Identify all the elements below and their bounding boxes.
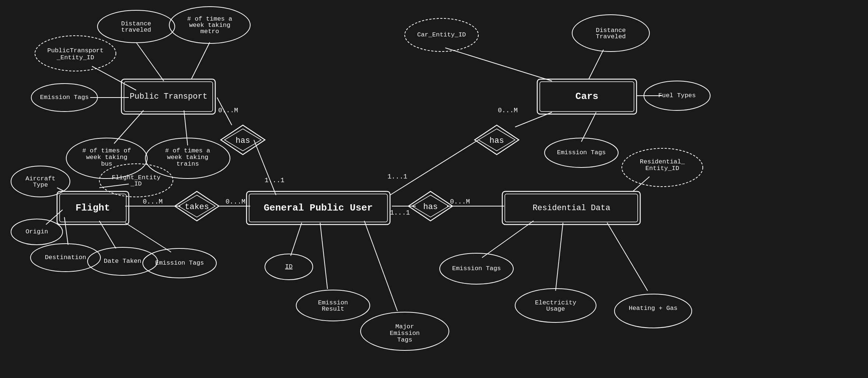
svg-line-13 (390, 140, 478, 195)
svg-line-29 (556, 223, 563, 291)
svg-line-2 (92, 66, 136, 90)
attr-pt-trains-label1: # of times a (165, 147, 210, 154)
attr-res-entity-id-label2: Entity_ID (645, 165, 679, 172)
attr-res-emission-tags-label: Emission Tags (452, 265, 501, 272)
svg-line-11 (581, 112, 596, 142)
attr-gpu-emission-result-label2: Result (322, 305, 344, 312)
attr-car-emission-tags-label: Emission Tags (557, 149, 606, 156)
attr-pt-emission-tags-label: Emission Tags (40, 94, 89, 101)
attr-gpu-major-label2: Emission (390, 330, 420, 337)
attr-flight-emission-tags-label: Emission Tags (155, 259, 204, 266)
svg-line-30 (607, 223, 648, 291)
attr-car-fuel-types-label: Fuel Types (658, 92, 696, 99)
svg-line-7 (254, 140, 276, 195)
entity-residential-data-label: Residential Data (532, 204, 610, 213)
entity-cars-label: Cars (575, 91, 598, 102)
attr-gpu-major-label3: Tags (397, 336, 412, 343)
card-flight-takes-0m: 0...M (143, 198, 163, 205)
attr-pt-bus-label2: week taking (86, 154, 127, 161)
attr-car-distance-label2: Traveled (596, 33, 626, 40)
attr-flight-aircraft-label2: Type (33, 181, 48, 188)
attr-gpu-major-label1: Major (395, 323, 414, 330)
svg-line-0 (136, 42, 164, 81)
card-gpu-res-11: 1...1 (390, 209, 410, 216)
attr-pt-entity-id-label: PublicTransport (47, 47, 103, 54)
attr-pt-entity-id-label2: _Entity_ID (56, 54, 94, 61)
attr-pt-trains-label3: trains (176, 160, 199, 167)
svg-line-8 (445, 48, 552, 81)
attr-flight-entity-id-label2: _ID (130, 180, 142, 187)
relation-takes-label: takes (185, 202, 209, 212)
entity-general-public-user-label: General Public User (264, 202, 373, 213)
relation-has-cars-label: has (489, 136, 504, 145)
svg-line-23 (320, 223, 327, 289)
attr-gpu-id-label: ID (285, 263, 293, 270)
svg-line-24 (364, 221, 397, 311)
svg-line-17 (64, 217, 68, 245)
svg-line-15 (99, 184, 129, 188)
attr-pt-trains-label2: week taking (167, 154, 208, 161)
attr-flight-date-taken-label: Date Taken (104, 258, 141, 265)
card-takes-gpu-0m: 0...M (226, 198, 245, 205)
attr-pt-bus-label3: bus (101, 160, 113, 167)
card-pt-has-0m: 0...M (218, 107, 238, 114)
svg-line-28 (482, 221, 534, 258)
attr-pt-metro-label3: metro (200, 28, 219, 35)
svg-line-5 (184, 110, 188, 145)
svg-line-9 (589, 50, 603, 79)
relation-has-residential-label: has (423, 202, 438, 212)
attr-flight-destination-label: Destination (45, 254, 86, 261)
attr-res-electricity-label2: Usage (546, 305, 565, 312)
card-gpu-flight-11: 1...1 (265, 177, 284, 184)
card-gpu-cars-11: 1...1 (387, 173, 407, 180)
svg-line-1 (191, 42, 210, 79)
relation-has-pt-label: has (235, 136, 250, 145)
attr-flight-origin-label: Origin (25, 228, 48, 235)
card-cars-has-0m: 0...M (498, 107, 518, 114)
attr-res-heating-label1: Heating + Gas (629, 305, 678, 312)
attr-res-entity-id-label1: Residential_ (640, 158, 685, 165)
attr-pt-distance-label2: traveled (121, 27, 151, 33)
attr-pt-bus-label1: # of times of (82, 147, 131, 154)
entity-flight-label: Flight (75, 202, 110, 213)
entity-public-transport-label: Public Transport (130, 92, 207, 101)
svg-line-22 (291, 223, 302, 256)
attr-car-entity-id-label: Car_Entity_ID (417, 31, 466, 38)
card-res-has-0m: 0...M (450, 198, 470, 205)
svg-line-27 (633, 177, 649, 191)
